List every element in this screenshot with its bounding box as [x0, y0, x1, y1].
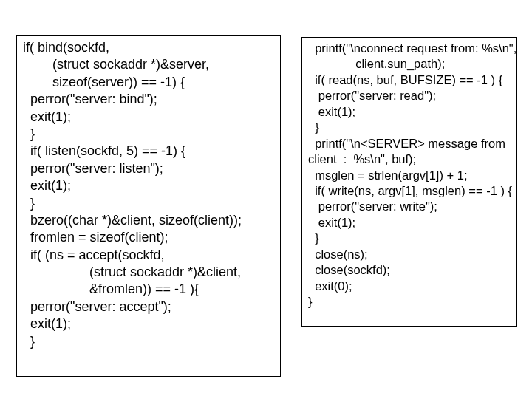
- right-code-box: printf("\nconnect request from: %s\n", c…: [301, 37, 517, 327]
- left-code-box: if( bind(sockfd, (struct sockaddr *)&ser…: [16, 35, 281, 377]
- slide: if( bind(sockfd, (struct sockaddr *)&ser…: [0, 0, 532, 399]
